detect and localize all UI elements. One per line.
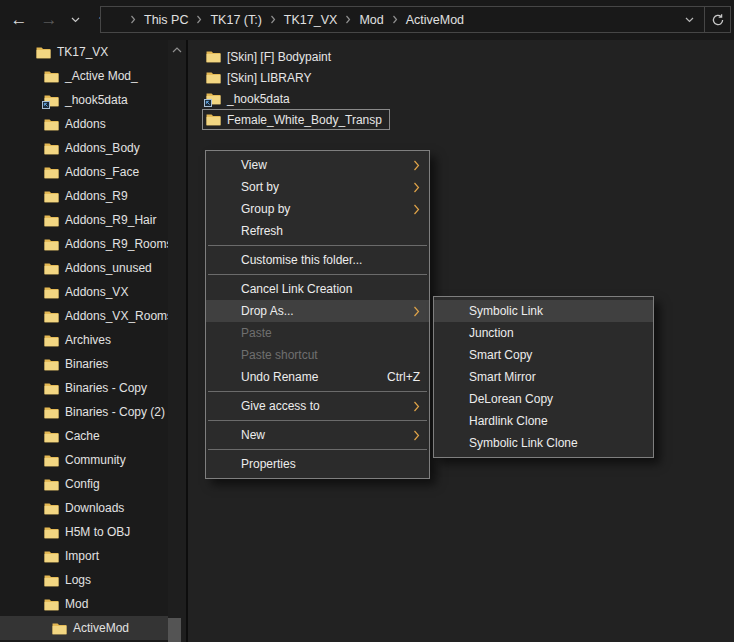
drop-as-item-symbolic-link[interactable]: Symbolic Link bbox=[434, 300, 653, 322]
file-item-label: [Skin] LIBRARY bbox=[227, 71, 311, 85]
sidebar-item-hook5data[interactable]: _hook5data bbox=[0, 88, 168, 112]
sidebar-item-community[interactable]: Community bbox=[0, 448, 168, 472]
sidebar-scrollbar[interactable] bbox=[168, 40, 186, 642]
refresh-button[interactable] bbox=[704, 6, 731, 33]
breadcrumb-item-tk17-t[interactable]: TK17 (T:) bbox=[204, 13, 267, 27]
file-item-hook5data[interactable]: _hook5data bbox=[202, 88, 298, 109]
context-menu-item-refresh[interactable]: Refresh bbox=[206, 220, 429, 242]
sidebar-item-config[interactable]: Config bbox=[0, 472, 168, 496]
context-menu-item-customise-this-folder[interactable]: Customise this folder... bbox=[206, 249, 429, 271]
context-menu-item-paste: Paste bbox=[206, 322, 429, 344]
file-item-skin-f-bodypaint[interactable]: [Skin] [F] Bodypaint bbox=[202, 46, 339, 67]
sidebar-item-archives[interactable]: Archives bbox=[0, 328, 168, 352]
sidebar-item-cache[interactable]: Cache bbox=[0, 424, 168, 448]
sidebar-item-active-mod[interactable]: _Active Mod_ bbox=[0, 64, 168, 88]
sidebar-item-logs[interactable]: Logs bbox=[0, 568, 168, 592]
scrollbar-up-button[interactable] bbox=[168, 47, 186, 53]
sidebar-item-addons-face[interactable]: Addons_Face bbox=[0, 160, 168, 184]
drop-as-item-hardlink-clone[interactable]: Hardlink Clone bbox=[434, 410, 653, 432]
sidebar-item-label: Binaries - Copy bbox=[65, 381, 147, 395]
breadcrumb-separator-icon bbox=[268, 15, 278, 24]
folder-icon bbox=[36, 46, 51, 59]
folder-icon-wrap bbox=[36, 46, 51, 59]
context-menu-item-give-access-to[interactable]: Give access to bbox=[206, 395, 429, 417]
sidebar-item-label: Logs bbox=[65, 573, 91, 587]
address-dropdown-button[interactable] bbox=[685, 17, 694, 23]
chevron-up-icon bbox=[172, 47, 182, 53]
context-menu-item-properties[interactable]: Properties bbox=[206, 453, 429, 475]
recent-locations-button[interactable] bbox=[64, 6, 86, 34]
sidebar-item-label: Archives bbox=[65, 333, 111, 347]
sidebar-item-label: Addons_VX bbox=[65, 285, 128, 299]
breadcrumb-item-tk17-vx[interactable]: TK17_VX bbox=[278, 13, 344, 27]
submenu-arrow-icon bbox=[413, 204, 420, 215]
drop-as-item-label: Symbolic Link bbox=[469, 304, 543, 318]
folder-icon bbox=[44, 118, 59, 131]
sidebar-item-tk17-vx[interactable]: TK17_VX bbox=[0, 40, 168, 64]
sidebar-item-addons[interactable]: Addons bbox=[0, 112, 168, 136]
context-menu-item-group-by[interactable]: Group by bbox=[206, 198, 429, 220]
drop-as-item-label: Junction bbox=[469, 326, 514, 340]
sidebar-item-binaries-copy-2[interactable]: Binaries - Copy (2) bbox=[0, 400, 168, 424]
context-menu-item-label: Cancel Link Creation bbox=[241, 282, 352, 296]
address-bar[interactable]: This PCTK17 (T:)TK17_VXModActiveMod bbox=[100, 6, 705, 33]
folder-icon-wrap bbox=[44, 238, 59, 251]
folder-icon-wrap bbox=[44, 526, 59, 539]
drop-as-item-smart-copy[interactable]: Smart Copy bbox=[434, 344, 653, 366]
forward-button[interactable]: → bbox=[34, 6, 64, 34]
context-menu-item-view[interactable]: View bbox=[206, 154, 429, 176]
sidebar-item-addons-r9-rooms[interactable]: Addons_R9_Rooms bbox=[0, 232, 168, 256]
folder-icon-wrap bbox=[44, 214, 59, 227]
sidebar-item-addons-r9[interactable]: Addons_R9 bbox=[0, 184, 168, 208]
folder-icon bbox=[44, 70, 59, 83]
submenu-arrow-icon bbox=[413, 306, 420, 317]
drop-as-item-symbolic-link-clone[interactable]: Symbolic Link Clone bbox=[434, 432, 653, 454]
breadcrumb-item-mod[interactable]: Mod bbox=[353, 13, 389, 27]
breadcrumb-separator-icon bbox=[343, 15, 353, 24]
context-menu-item-drop-as[interactable]: Drop As... bbox=[206, 300, 429, 322]
context-menu-item-new[interactable]: New bbox=[206, 424, 429, 446]
sidebar-item-binaries[interactable]: Binaries bbox=[0, 352, 168, 376]
refresh-icon bbox=[711, 13, 725, 27]
file-item-skin-library[interactable]: [Skin] LIBRARY bbox=[202, 67, 319, 88]
file-item-female-white-body-transp[interactable]: Female_White_Body_Transp bbox=[202, 109, 390, 130]
breadcrumb-item-this-pc[interactable]: This PC bbox=[138, 13, 194, 27]
sidebar-item-label: Addons_R9 bbox=[65, 189, 128, 203]
context-menu-separator bbox=[208, 420, 427, 421]
sidebar-item-label: TK17_VX bbox=[57, 45, 108, 59]
junction-overlay-icon bbox=[42, 101, 50, 109]
sidebar-item-binaries-copy[interactable]: Binaries - Copy bbox=[0, 376, 168, 400]
drop-as-item-smart-mirror[interactable]: Smart Mirror bbox=[434, 366, 653, 388]
sidebar-item-mod[interactable]: Mod bbox=[0, 592, 168, 616]
folder-icon-wrap bbox=[44, 94, 59, 107]
folder-icon bbox=[44, 262, 59, 275]
context-menu-item-cancel-link-creation[interactable]: Cancel Link Creation bbox=[206, 278, 429, 300]
scrollbar-thumb[interactable] bbox=[168, 618, 181, 642]
sidebar-item-addons-unused[interactable]: Addons_unused bbox=[0, 256, 168, 280]
context-menu-item-label: View bbox=[241, 158, 267, 172]
drop-as-item-junction[interactable]: Junction bbox=[434, 322, 653, 344]
context-menu-item-sort-by[interactable]: Sort by bbox=[206, 176, 429, 198]
context-menu-item-label: Group by bbox=[241, 202, 290, 216]
sidebar-item-activemod[interactable]: ActiveMod bbox=[0, 616, 168, 640]
sidebar-item-h5m-to-obj[interactable]: H5M to OBJ bbox=[0, 520, 168, 544]
sidebar-item-import[interactable]: Import bbox=[0, 544, 168, 568]
breadcrumb-item-activemod[interactable]: ActiveMod bbox=[400, 13, 470, 27]
folder-icon-wrap bbox=[44, 310, 59, 323]
folder-icon-wrap bbox=[44, 142, 59, 155]
forward-arrow-icon: → bbox=[41, 10, 58, 30]
back-button[interactable]: ← bbox=[4, 6, 34, 34]
sidebar-item-downloads[interactable]: Downloads bbox=[0, 496, 168, 520]
sidebar-item-addons-vx-rooms[interactable]: Addons_VX_Rooms bbox=[0, 304, 168, 328]
sidebar-item-label: Addons_R9_Hair bbox=[65, 213, 156, 227]
sidebar-item-label: Mod bbox=[65, 597, 88, 611]
sidebar-item-addons-r9-hair[interactable]: Addons_R9_Hair bbox=[0, 208, 168, 232]
folder-icon-wrap bbox=[44, 382, 59, 395]
sidebar-item-addons-vx[interactable]: Addons_VX bbox=[0, 280, 168, 304]
folder-icon bbox=[44, 550, 59, 563]
sidebar-item-addons-body[interactable]: Addons_Body bbox=[0, 136, 168, 160]
context-menu-item-label: Undo Rename bbox=[241, 370, 318, 384]
drop-as-item-delorean-copy[interactable]: DeLorean Copy bbox=[434, 388, 653, 410]
context-menu-item-undo-rename[interactable]: Undo RenameCtrl+Z bbox=[206, 366, 429, 388]
folder-icon-wrap bbox=[44, 454, 59, 467]
